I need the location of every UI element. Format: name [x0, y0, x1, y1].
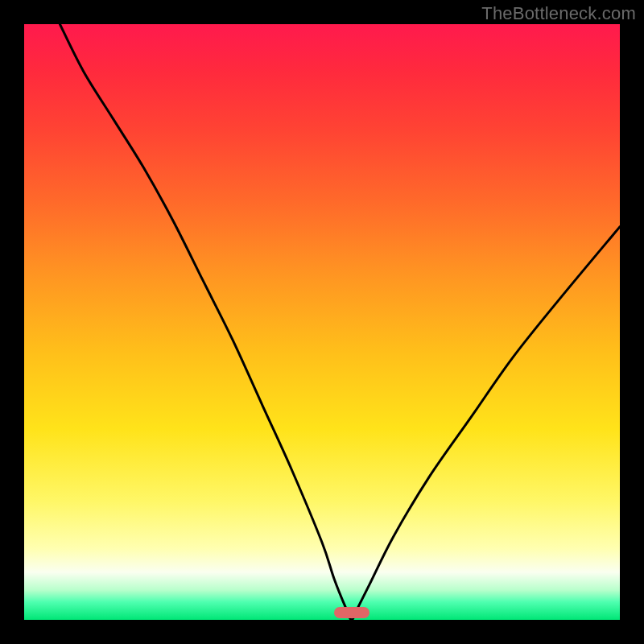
plot-area	[24, 24, 620, 620]
chart-frame: TheBottleneck.com	[0, 0, 644, 644]
optimal-marker	[334, 607, 369, 618]
bottleneck-curve	[24, 24, 620, 620]
watermark-text: TheBottleneck.com	[481, 3, 636, 24]
